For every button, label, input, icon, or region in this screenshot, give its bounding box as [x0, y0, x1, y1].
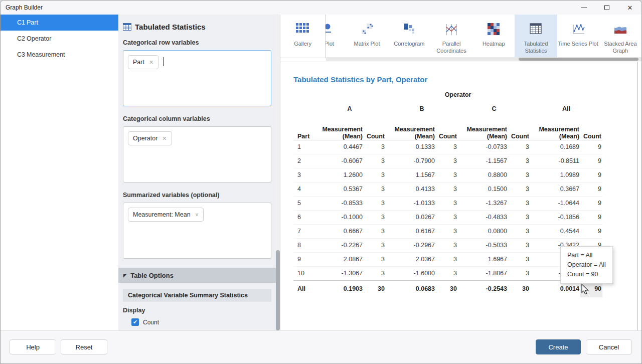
gallery-button[interactable]: Gallery [280, 15, 326, 58]
sidebar-item-part[interactable]: C1 Part [1, 15, 118, 31]
value-cell: 3 [508, 238, 530, 252]
close-icon: ✕ [627, 5, 633, 11]
column-variables-label: Categorical column variables [123, 115, 271, 122]
summarized-variables-label: Summarized variables (optional) [123, 192, 271, 199]
count-header: Count [436, 117, 458, 140]
sidebar-item-measurement[interactable]: C3 Measurement [1, 47, 118, 63]
value-cell: 30 [508, 280, 530, 297]
window-title: Graph Builder [6, 1, 43, 15]
value-cell: 3 [364, 238, 386, 252]
value-cell: -0.6067 [313, 154, 364, 168]
table-row: 31.260031.156730.880031.09899 [293, 168, 602, 182]
checkbox-count[interactable]: Count [131, 318, 271, 326]
gallery-item-tabulated-statistics[interactable]: Tabulated Statistics [515, 15, 557, 57]
gallery-item-heatmap[interactable]: Heatmap [472, 15, 515, 57]
gallery-item-parallel-coordinates[interactable]: Parallel Coordinates [430, 15, 472, 57]
value-cell: -1.8067 [458, 266, 508, 280]
count-header: Count [508, 117, 530, 140]
value-cell: 3 [436, 196, 458, 210]
remove-chip-icon[interactable]: ✕ [149, 60, 153, 65]
row-label-cell: 4 [293, 182, 313, 196]
value-cell: 2.0367 [386, 252, 436, 266]
value-cell: 3 [364, 252, 386, 266]
value-cell: -0.1856 [530, 210, 580, 224]
gallery-item-correlogram[interactable]: Correlogram [388, 15, 430, 57]
value-cell: 9 [580, 182, 602, 196]
count-checkbox[interactable] [131, 318, 139, 326]
gallery-item-matrix-plot[interactable]: Matrix Plot [346, 15, 388, 57]
value-cell: 30 [364, 280, 386, 297]
summary-statistics-header: Categorical Variable Summary Statistics [123, 289, 271, 302]
table-row: 6-0.100030.02673-0.48333-0.18569 [293, 210, 602, 224]
chevron-down-icon[interactable]: ∨ [195, 212, 199, 217]
value-cell: 1.1567 [386, 168, 436, 182]
maximize-icon [604, 5, 609, 10]
parallel-coordinates-icon [444, 23, 458, 39]
display-label: Display [123, 307, 271, 314]
matrix-plot-icon [361, 23, 374, 39]
value-cell: -0.2267 [313, 238, 364, 252]
row-label-cell: 9 [293, 252, 313, 266]
variable-chip-operator[interactable]: Operator ✕ [128, 131, 172, 145]
tabulated-statistics-icon [530, 23, 542, 39]
gallery-item-label: Gallery [294, 40, 311, 47]
table-options-header[interactable]: ◤ Table Options [118, 268, 280, 283]
panel-scrollbar-thumb[interactable] [276, 250, 280, 330]
value-cell: 0.4544 [530, 224, 580, 238]
column-id: C2 [1, 35, 27, 42]
value-cell: -1.6000 [386, 266, 436, 280]
time-series-plot-icon [572, 23, 585, 39]
value-cell: 9 [580, 154, 602, 168]
table-row: 40.536730.413330.150030.36679 [293, 182, 602, 196]
graph-builder-dialog: Graph Builder ✕ C1 Part C2 Operator C3 M… [0, 0, 642, 364]
group-header: Operator [313, 89, 602, 101]
minimize-icon [581, 8, 587, 8]
col-group-a: A [313, 101, 386, 117]
value-cell: 3 [364, 182, 386, 196]
value-cell: 2.0867 [313, 252, 364, 266]
summarized-variables-input[interactable]: Measurement: Mean ∨ [123, 203, 271, 259]
window-controls: ✕ [572, 1, 641, 15]
variable-chip-part[interactable]: Part ✕ [128, 55, 158, 69]
gallery-scrollbar[interactable] [326, 57, 641, 61]
row-variables-input[interactable]: Part ✕ [123, 50, 271, 106]
value-cell: 3 [508, 154, 530, 168]
value-cell: 3 [364, 196, 386, 210]
sidebar-item-operator[interactable]: C2 Operator [1, 31, 118, 47]
row-label-cell: 2 [293, 154, 313, 168]
variable-chip-measurement-mean[interactable]: Measurement: Mean ∨ [128, 208, 204, 222]
value-cell: 9 [580, 210, 602, 224]
value-cell: 0.4133 [386, 182, 436, 196]
column-variables-input[interactable]: Operator ✕ [123, 126, 271, 183]
gallery-item-time-series-plot[interactable]: Time Series Plot [557, 15, 599, 57]
panel-scrollbar[interactable] [276, 15, 280, 330]
value-cell: 0.4467 [313, 140, 364, 154]
chip-label: Part [133, 59, 144, 66]
gallery-item-stacked-area-graph[interactable]: Stacked Area Graph [599, 15, 641, 57]
report-title: Tabulated Statistics by Part, Operator [293, 75, 637, 84]
value-cell: 0.1689 [530, 140, 580, 154]
create-button[interactable]: Create [536, 339, 581, 354]
close-button[interactable]: ✕ [618, 1, 641, 15]
table-row: 8-0.22673-0.29673-0.50333-0.34229 [293, 238, 602, 252]
maximize-button[interactable] [595, 1, 618, 15]
table-row: 10-1.30673-1.60003-1.80673-1.57119 [293, 266, 602, 280]
checkbox-label: Count [143, 319, 159, 326]
remove-chip-icon[interactable]: ✕ [162, 136, 167, 141]
value-cell: 3 [508, 168, 530, 182]
gallery-scrollbar-thumb[interactable] [519, 58, 638, 61]
value-cell: 0.8800 [458, 168, 508, 182]
chip-label: Operator [133, 135, 157, 142]
column-name: Part [27, 19, 38, 26]
value-cell: -0.2543 [458, 280, 508, 297]
value-cell: 3 [436, 266, 458, 280]
reset-button[interactable]: Reset [61, 339, 107, 354]
value-cell: 0.0267 [386, 210, 436, 224]
row-label-cell: 5 [293, 196, 313, 210]
stats-table-body: 10.446730.13333-0.073330.168992-0.60673-… [293, 140, 602, 297]
row-label-cell: All [293, 280, 313, 297]
help-button[interactable]: Help [10, 339, 56, 354]
value-cell: 3 [364, 140, 386, 154]
cancel-button[interactable]: Cancel [586, 339, 632, 354]
minimize-button[interactable] [572, 1, 595, 15]
